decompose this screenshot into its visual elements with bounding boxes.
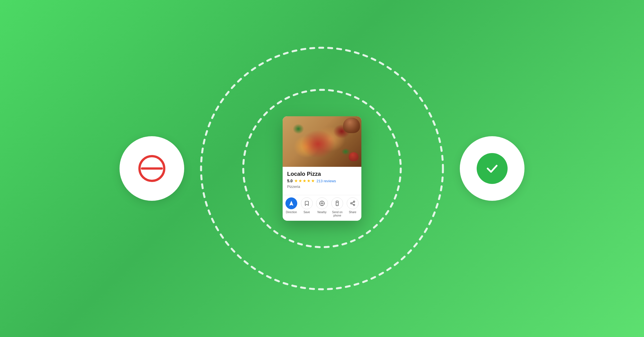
pizza-image	[283, 116, 361, 167]
share-label: Share	[349, 211, 356, 214]
pizza-category: Pizzeria	[287, 185, 357, 189]
nearby-label: Nearby	[318, 211, 326, 214]
star-5: ★	[311, 178, 315, 183]
main-scene: Localo Pizza 5.0 ★ ★ ★ ★ ★ 213 reviews P…	[125, 42, 519, 295]
star-4: ★	[307, 178, 310, 183]
share-button[interactable]: Share	[346, 197, 359, 217]
send-on-phone-icon	[331, 197, 343, 209]
check-circle-inner	[477, 153, 508, 184]
direction-button[interactable]: Direction	[285, 197, 298, 217]
pizza-bowl-decoration	[343, 118, 360, 133]
checkmark-circle	[460, 136, 524, 201]
pizza-info: Localo Pizza 5.0 ★ ★ ★ ★ ★ 213 reviews P…	[283, 167, 361, 195]
cancel-circle	[120, 136, 184, 201]
star-2: ★	[298, 178, 302, 183]
cancel-icon	[138, 154, 166, 183]
direction-icon	[285, 197, 297, 209]
checkmark-icon	[484, 161, 500, 176]
nearby-icon	[316, 197, 328, 209]
save-label: Save	[303, 211, 310, 214]
direction-label: Direction	[286, 211, 297, 214]
nearby-button[interactable]: Nearby	[315, 197, 329, 217]
svg-line-16	[352, 202, 353, 203]
rating-row: 5.0 ★ ★ ★ ★ ★ 213 reviews	[287, 178, 357, 183]
svg-point-5	[321, 203, 323, 204]
spice-bowl-decoration	[349, 152, 359, 161]
save-icon	[301, 197, 313, 209]
stars: ★ ★ ★ ★ ★	[294, 178, 315, 183]
save-button[interactable]: Save	[300, 197, 314, 217]
rating-number: 5.0	[287, 179, 292, 183]
star-1: ★	[294, 178, 298, 183]
send-on-phone-button[interactable]: Send onphone	[330, 197, 344, 217]
send-on-phone-label: Send onphone	[332, 211, 343, 217]
pizza-name: Localo Pizza	[287, 171, 357, 177]
action-buttons: Direction Save	[283, 195, 361, 221]
share-icon	[347, 197, 359, 209]
star-3: ★	[303, 178, 306, 183]
svg-line-15	[352, 204, 353, 204]
pizza-card: Localo Pizza 5.0 ★ ★ ★ ★ ★ 213 reviews P…	[283, 116, 361, 221]
reviews-link[interactable]: 213 reviews	[316, 179, 336, 183]
